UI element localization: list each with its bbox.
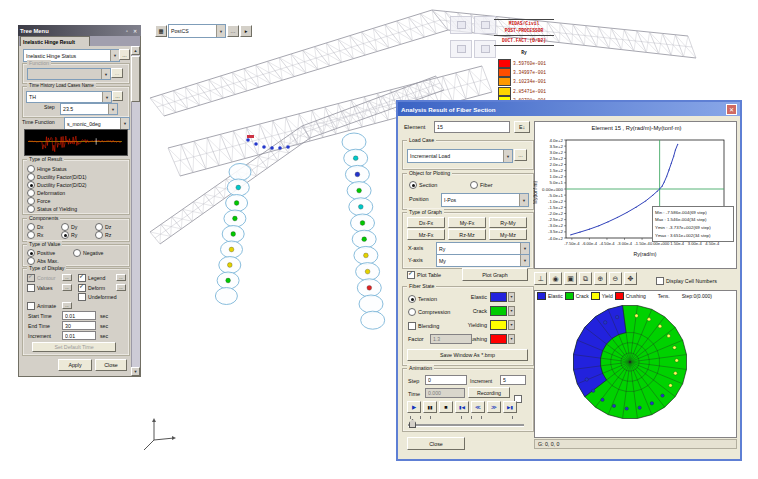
crushing-color-dropdown[interactable]: ▼ xyxy=(508,334,515,344)
end-time-field[interactable] xyxy=(62,321,96,330)
element-pick-button[interactable]: E↓ xyxy=(514,121,530,133)
checkbox-plot-table[interactable]: Plot Table xyxy=(407,271,441,279)
start-time-field[interactable] xyxy=(62,311,96,320)
graph-button-my-fx[interactable]: My-Fx xyxy=(448,217,486,228)
dialog-titlebar[interactable]: Analysis Result of Fiber Section ✕ xyxy=(398,102,740,116)
step-combo[interactable]: 23.5 ▼ xyxy=(60,103,118,115)
elastic-color-swatch[interactable] xyxy=(490,292,507,302)
options-button[interactable]: ◉ xyxy=(549,272,562,285)
radio-ductility-dd2[interactable]: Ductility Factor(D/D2) xyxy=(27,181,87,189)
chevron-down-icon[interactable]: ▼ xyxy=(519,194,528,206)
radio-tension[interactable]: Tension xyxy=(408,295,437,303)
elastic-color-dropdown[interactable]: ▼ xyxy=(508,292,515,302)
checkbox-deform[interactable]: Deform xyxy=(78,284,105,292)
checkbox-contour[interactable]: Contour xyxy=(27,274,55,282)
load-case-more-button[interactable]: ... xyxy=(112,91,123,101)
plot-graph-button[interactable]: Plot Graph xyxy=(462,268,528,281)
radio-rx[interactable]: Rx xyxy=(27,231,43,239)
radio-fiber[interactable]: Fiber xyxy=(470,181,493,189)
graph-button-my-mz[interactable]: My-Mz xyxy=(489,229,527,240)
close-icon[interactable]: ✕ xyxy=(131,27,139,35)
select-pointer-button[interactable]: ⊥ xyxy=(534,272,547,285)
dialog-load-case-combo[interactable]: Incremental Load ▼ xyxy=(407,149,513,163)
deform-more-button[interactable]: ... xyxy=(116,284,126,291)
pan-button[interactable]: ✥ xyxy=(624,272,637,285)
radio-rz[interactable]: Rz xyxy=(95,231,111,239)
graph-button-mz-fx[interactable]: Mz-Fx xyxy=(407,229,445,240)
radio-abs-max[interactable]: Abs Max. xyxy=(27,257,59,265)
result-more-button[interactable]: ... xyxy=(119,49,130,60)
radio-deformation[interactable]: Deformation xyxy=(27,189,65,197)
increment-field[interactable] xyxy=(62,331,96,340)
legend-more-button[interactable]: ... xyxy=(116,274,126,281)
radio-compression[interactable]: Compression xyxy=(408,308,450,316)
zoom-in-button[interactable]: ⊕ xyxy=(594,272,607,285)
checkbox-animate[interactable]: Animate xyxy=(27,302,56,310)
checkbox-display-cell-numbers[interactable]: Display Cell Numbers xyxy=(656,277,717,285)
radio-hinge-status[interactable]: Hinge Status xyxy=(27,165,67,173)
stage-next-button[interactable]: ▸ xyxy=(240,25,252,37)
values-more-button[interactable]: ... xyxy=(62,284,72,291)
fit-window-button[interactable]: ▣ xyxy=(564,272,577,285)
time-slider[interactable] xyxy=(408,424,524,427)
last-button[interactable]: ▶▮ xyxy=(503,401,517,413)
radio-force[interactable]: Force xyxy=(27,197,50,205)
load-case-combo[interactable]: TH ▼ xyxy=(26,91,112,103)
graph-button-ry-my[interactable]: Ry-My xyxy=(489,217,527,228)
radio-positive[interactable]: Positive xyxy=(27,249,55,257)
chevron-down-icon[interactable]: ▼ xyxy=(120,118,129,129)
view-control-icon[interactable] xyxy=(474,16,496,34)
view-control-icon[interactable] xyxy=(450,16,472,34)
chevron-down-icon[interactable]: ▼ xyxy=(108,104,117,114)
fiber-section-view[interactable] xyxy=(534,300,737,438)
chevron-down-icon[interactable]: ▼ xyxy=(216,25,225,37)
checkbox-blending[interactable]: Blending xyxy=(408,322,439,330)
zoom-out-button[interactable]: ⊖ xyxy=(609,272,622,285)
radio-status-of-yielding[interactable]: Status of Yielding xyxy=(27,205,77,213)
checkbox-legend[interactable]: Legend xyxy=(78,274,105,282)
radio-ry[interactable]: Ry xyxy=(61,231,77,239)
crushing-color-swatch[interactable] xyxy=(490,334,507,344)
dialog-close-button[interactable]: Close xyxy=(407,437,465,450)
tree-close-button[interactable]: Close xyxy=(95,359,127,371)
stage-more-button[interactable]: … xyxy=(227,25,239,37)
element-field[interactable] xyxy=(434,121,510,133)
stop-button[interactable]: ■ xyxy=(439,401,453,413)
radio-ductility-dd1[interactable]: Ductility Factor(D/D1) xyxy=(27,173,87,181)
grid-icon[interactable]: ▦ xyxy=(155,25,167,37)
chevron-down-icon[interactable]: ▼ xyxy=(503,150,512,162)
first-button[interactable]: ▮◀ xyxy=(455,401,469,413)
view-control-icon[interactable] xyxy=(450,40,472,58)
scroll-down-icon[interactable]: ▼ xyxy=(131,367,140,376)
dialog-load-case-more-button[interactable]: ... xyxy=(514,149,527,161)
chevron-down-icon[interactable]: ▼ xyxy=(102,92,111,102)
hysteresis-graph[interactable]: 4.0e+23.5e+23.0e+22.5e+22.0e+21.5e+21.0e… xyxy=(534,121,737,269)
save-window-button[interactable]: Save Window As *.bmp xyxy=(407,349,528,361)
anim-step-field[interactable] xyxy=(425,375,467,385)
prev-button[interactable]: ≪ xyxy=(471,401,485,413)
stage-combo[interactable]: PostCS ▼ xyxy=(168,24,226,38)
recording-button[interactable]: Recording xyxy=(468,387,510,398)
crack-color-dropdown[interactable]: ▼ xyxy=(508,306,515,316)
graph-button-dx-fx[interactable]: Dx-Fx xyxy=(407,217,445,228)
play-button[interactable]: ▶ xyxy=(407,401,421,413)
animate-more-button[interactable]: ... xyxy=(62,302,72,309)
checkbox-values[interactable]: Values xyxy=(27,284,52,292)
pin-icon[interactable]: ▫ xyxy=(123,27,131,35)
radio-dx[interactable]: Dx xyxy=(27,223,43,231)
radio-negative[interactable]: Negative xyxy=(73,249,103,257)
graph-button-rz-mz[interactable]: Rz-Mz xyxy=(448,229,486,240)
position-combo[interactable]: I-Pos ▼ xyxy=(441,193,529,207)
close-icon[interactable]: ✕ xyxy=(726,104,737,115)
yielding-color-swatch[interactable] xyxy=(490,320,507,330)
radio-dy[interactable]: Dy xyxy=(61,223,77,231)
y-axis-combo[interactable]: My ▼ xyxy=(436,254,530,267)
yielding-color-dropdown[interactable]: ▼ xyxy=(508,320,515,330)
chevron-down-icon[interactable]: ▼ xyxy=(110,50,119,61)
contour-more-button[interactable]: ... xyxy=(62,274,72,281)
pause-button[interactable]: ▮▮ xyxy=(423,401,437,413)
apply-button[interactable]: Apply xyxy=(58,359,92,371)
scrollbar-thumb[interactable] xyxy=(131,56,140,102)
radio-section[interactable]: Section xyxy=(409,181,437,189)
tree-menu-titlebar[interactable]: Tree Menu ▫ ✕ xyxy=(18,25,141,36)
